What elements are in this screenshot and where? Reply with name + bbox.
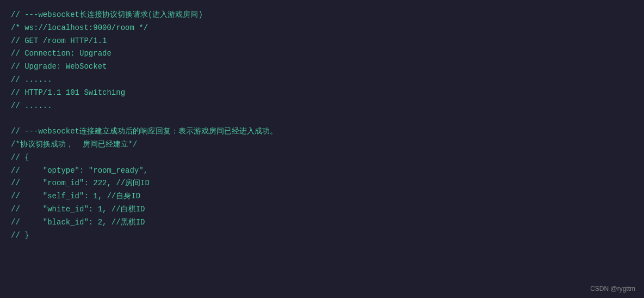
code-line-16: // "white_id": 1, //白棋ID (11, 203, 633, 216)
empty-line-1 (11, 112, 633, 125)
code-line-5: // Upgrade: WebSocket (11, 60, 633, 74)
code-line-10: // ---websocket连接建立成功后的响应回复：表示游戏房间已经进入成功… (11, 125, 633, 138)
code-line-18: // } (11, 229, 633, 242)
code-line-2: /* ws://localhost:9000/room */ (11, 22, 633, 35)
code-line-7: // HTTP/1.1 101 Switching (11, 87, 633, 100)
code-line-1: // ---websocket长连接协议切换请求(进入游戏房间) (11, 9, 633, 22)
code-line-14: // "room_id": 222, //房间ID (11, 177, 633, 190)
code-block: // ---websocket长连接协议切换请求(进入游戏房间) /* ws:/… (11, 9, 633, 242)
code-line-12: // { (11, 151, 633, 165)
code-line-17: // "black_id": 2, //黑棋ID (11, 216, 633, 229)
code-line-6: // ...... (11, 74, 633, 87)
code-line-15: // "self_id": 1, //自身ID (11, 190, 633, 203)
code-line-11: /*协议切换成功， 房间已经建立*/ (11, 138, 633, 151)
watermark: CSDN @rygttm (590, 285, 635, 293)
code-line-4: // Connection: Upgrade (11, 47, 633, 60)
code-line-8: // ...... (11, 100, 633, 113)
code-line-3: // GET /room HTTP/1.1 (11, 35, 633, 48)
code-line-13: // "optype": "room_ready", (11, 165, 633, 178)
